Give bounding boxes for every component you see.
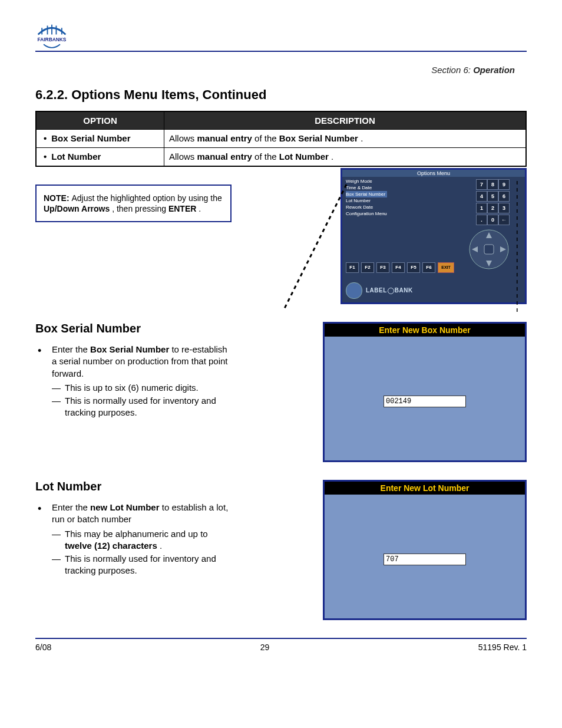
th-option: OPTION	[36, 111, 164, 130]
opt-name: Lot Number	[51, 151, 101, 162]
dialog-title: Enter New Lot Number	[325, 482, 525, 495]
table-row: • Box Serial Number Allows manual entry …	[36, 130, 526, 148]
header-rule	[35, 51, 527, 52]
table-row: • Lot Number Allows manual entry of the …	[36, 148, 526, 167]
keypad[interactable]: 7 8 9 4 5 6 1 2 3 . 0 ←	[476, 179, 508, 225]
lot-number-heading: Lot Number	[35, 480, 233, 493]
device-title: Options Menu	[342, 170, 525, 177]
nav-pad-icon[interactable]	[468, 229, 510, 270]
svg-line-12	[285, 185, 346, 308]
page-footer: 6/08 29 51195 Rev. 1	[35, 638, 527, 652]
svg-rect-7	[484, 245, 494, 254]
box-number-input[interactable]	[384, 396, 466, 407]
callout-line-2	[517, 181, 528, 313]
header-section: Section 6: Operation	[431, 65, 515, 75]
section-label: Section 6:	[431, 65, 471, 75]
device-brand: LABELBANK	[346, 282, 413, 299]
th-description: DESCRIPTION	[164, 111, 527, 130]
note-box: NOTE: Adjust the highlighted option by u…	[35, 185, 232, 222]
dialog-title: Enter New Box Number	[325, 324, 525, 337]
enter-lot-number-dialog: Enter New Lot Number	[323, 480, 527, 620]
enter-box-number-dialog: Enter New Box Number	[323, 322, 527, 462]
callout-line	[282, 179, 352, 314]
box-serial-desc: Enter the Box Serial Number to re-establ…	[35, 344, 233, 419]
exit-button[interactable]: EXIT	[438, 262, 454, 273]
fairbanks-logo: FAIRBANKS	[35, 24, 68, 53]
opt-name: Box Serial Number	[51, 133, 130, 144]
footer-center: 29	[260, 643, 270, 652]
lot-number-desc: Enter the new Lot Number to establish a …	[35, 502, 233, 577]
svg-text:FAIRBANKS: FAIRBANKS	[38, 37, 67, 42]
footer-left: 6/08	[35, 643, 51, 652]
options-heading: 6.2.2. Options Menu Items, Continued	[35, 87, 527, 103]
footer-right: 51195 Rev. 1	[478, 643, 527, 652]
box-serial-heading: Box Serial Number	[35, 322, 233, 335]
device-screenshot: Options Menu Weigh Mode Time & Date Box …	[340, 168, 527, 304]
function-keys[interactable]: F1 F2 F3 F4 F5 F6	[346, 262, 435, 273]
options-table: OPTION DESCRIPTION • Box Serial Number A…	[35, 111, 527, 167]
section-title: Operation	[473, 65, 515, 75]
lot-number-input[interactable]	[384, 554, 466, 565]
